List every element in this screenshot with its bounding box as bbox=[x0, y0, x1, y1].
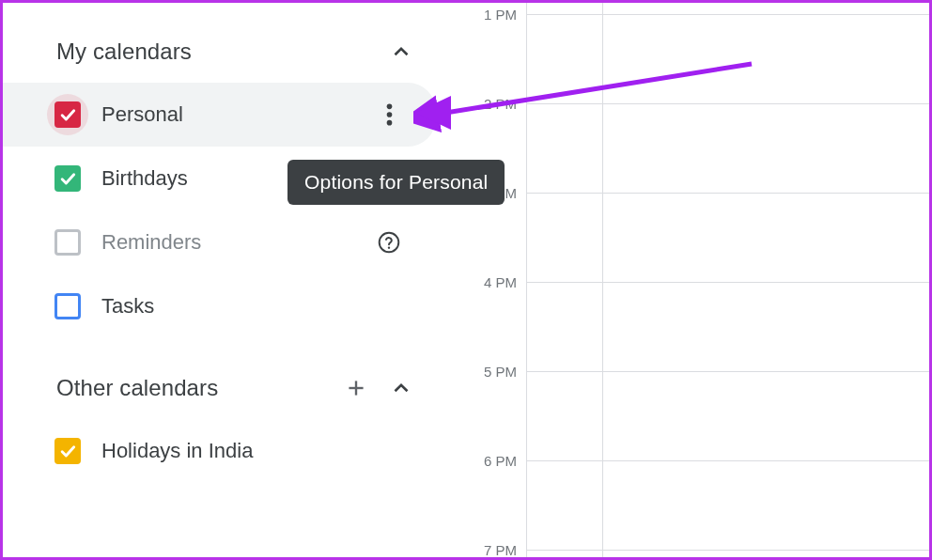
checkbox-holidays[interactable] bbox=[54, 438, 81, 464]
time-label: 4 PM bbox=[484, 274, 517, 290]
calendar-label-holidays: Holidays in India bbox=[101, 439, 413, 463]
my-calendars-list: Personal Birthdays Reminders bbox=[0, 79, 443, 365]
calendar-label-personal: Personal bbox=[101, 102, 370, 127]
calendar-item-tasks[interactable]: Tasks bbox=[0, 274, 436, 338]
svg-point-0 bbox=[386, 104, 392, 110]
calendar-item-holidays[interactable]: Holidays in India bbox=[0, 419, 436, 483]
my-calendars-title: My calendars bbox=[56, 39, 192, 65]
calendar-label-reminders: Reminders bbox=[101, 230, 370, 255]
chevron-up-icon[interactable] bbox=[387, 374, 415, 402]
time-label: 6 PM bbox=[484, 453, 517, 469]
checkbox-reminders[interactable] bbox=[54, 229, 81, 256]
help-icon[interactable] bbox=[370, 224, 408, 261]
my-calendars-header[interactable]: My calendars bbox=[0, 28, 443, 79]
plus-icon[interactable] bbox=[342, 374, 370, 402]
other-calendars-header[interactable]: Other calendars bbox=[0, 365, 443, 415]
svg-point-2 bbox=[386, 120, 392, 126]
calendar-grid[interactable] bbox=[526, 0, 932, 560]
sidebar: My calendars Personal bbox=[0, 0, 443, 560]
other-calendars-title: Other calendars bbox=[56, 375, 218, 401]
calendar-label-tasks: Tasks bbox=[101, 294, 413, 319]
svg-point-4 bbox=[388, 246, 390, 248]
svg-point-3 bbox=[380, 233, 399, 253]
calendar-item-reminders[interactable]: Reminders bbox=[0, 210, 436, 274]
tooltip-options: Options for Personal bbox=[287, 160, 505, 205]
checkbox-birthdays[interactable] bbox=[54, 165, 81, 192]
chevron-up-icon[interactable] bbox=[387, 38, 415, 66]
time-label: 2 PM bbox=[484, 96, 517, 112]
svg-point-1 bbox=[386, 112, 392, 117]
time-label: 5 PM bbox=[484, 364, 517, 380]
time-label: 7 PM bbox=[484, 542, 517, 558]
checkbox-personal[interactable] bbox=[54, 101, 81, 128]
calendar-item-personal[interactable]: Personal bbox=[0, 83, 436, 147]
more-options-icon[interactable] bbox=[370, 96, 408, 133]
other-calendars-list: Holidays in India bbox=[0, 415, 443, 509]
checkbox-tasks[interactable] bbox=[54, 293, 81, 319]
time-label: 1 PM bbox=[484, 7, 517, 23]
time-column: 1 PM 2 PM 3 PM 4 PM 5 PM 6 PM 7 PM bbox=[443, 0, 526, 560]
